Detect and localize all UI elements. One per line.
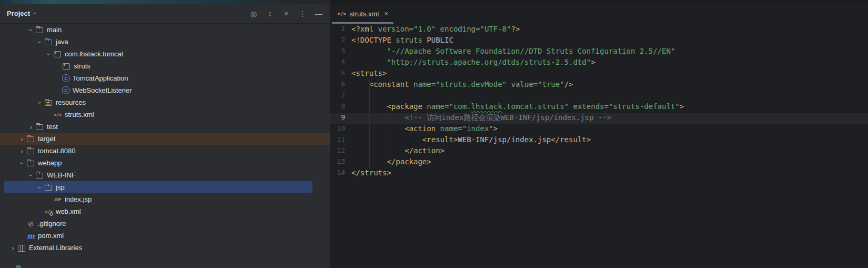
code-line-2[interactable]: 2<!DOCTYPE struts PUBLIC	[330, 36, 868, 47]
code-token: </result>	[551, 135, 591, 144]
line-number[interactable]: 1	[330, 25, 345, 36]
more-options-icon[interactable]: ⋮	[298, 9, 307, 18]
line-number[interactable]: 7	[330, 91, 345, 102]
code-line-10[interactable]: 10 <action name="index">	[330, 124, 868, 135]
code-line-13[interactable]: 13 </package>	[330, 157, 868, 168]
code-line-9[interactable]: 9 <!-- 访问index路径会渲染WEB-INF/jsp/index.jsp…	[330, 113, 868, 124]
line-number[interactable]: 5	[330, 69, 345, 80]
code-text: <struts>	[345, 69, 387, 80]
code-line-14[interactable]: 14</struts>	[330, 168, 868, 180]
tree-item-main[interactable]: ›main	[0, 24, 330, 36]
tree-item-struts[interactable]: struts	[0, 60, 330, 72]
tree-indent	[0, 138, 17, 139]
code-token: "struts-default"	[609, 102, 680, 111]
tree-indent	[0, 54, 44, 54]
folder-icon	[35, 123, 44, 131]
expand-all-icon[interactable]: ↕	[266, 9, 274, 18]
code-text: <!DOCTYPE struts PUBLIC	[345, 36, 453, 47]
line-number[interactable]: 8	[330, 102, 345, 113]
tree-item-web-inf[interactable]: ›WEB-INF	[0, 169, 330, 181]
line-number[interactable]: 2	[330, 36, 345, 47]
code-editor[interactable]: 1<?xml version="1.0" encoding="UTF-8"?>2…	[330, 25, 868, 180]
line-number[interactable]: 10	[330, 124, 345, 135]
line-number[interactable]: 3	[330, 47, 345, 58]
tab-close-icon[interactable]: ×	[384, 10, 388, 17]
class-icon: C	[62, 74, 70, 82]
tab-struts-xml[interactable]: </> struts.xml ×	[332, 4, 393, 24]
tree-indent	[0, 66, 53, 66]
indent-guide	[369, 80, 370, 168]
tree-item-external-libraries[interactable]: ›External Libraries	[0, 242, 330, 254]
tree-indent	[0, 29, 26, 30]
code-line-4[interactable]: 4 "http://struts.apache.org/dtds/struts-…	[330, 58, 868, 69]
tree-chevron-icon[interactable]: ›	[36, 37, 44, 46]
line-number[interactable]: 9	[330, 113, 345, 124]
code-token	[351, 124, 405, 133]
project-panel-title[interactable]: Project	[7, 9, 30, 17]
tree-chevron-icon[interactable]: ›	[27, 171, 35, 180]
tree-item-label: main	[47, 26, 62, 34]
code-line-3[interactable]: 3 "-//Apache Software Foundation//DTD St…	[330, 47, 868, 58]
jsp-file-icon: JSP	[53, 195, 62, 204]
tree-chevron-icon[interactable]: ›	[8, 244, 17, 252]
tree-item-websocketlistener[interactable]: CWebSocketListener	[0, 84, 330, 96]
folder-icon	[44, 183, 53, 192]
code-token: "true"	[538, 80, 564, 88]
code-token: PUBLIC	[422, 36, 453, 44]
tree-chevron-icon[interactable]: ›	[36, 183, 44, 192]
code-text: <action name="index">	[345, 124, 498, 135]
code-line-8[interactable]: 8 <package name="com.lhstack.tomcat.stru…	[330, 102, 868, 113]
tree-item-com-lhstack-tomcat[interactable]: ›com.lhstack.tomcat	[0, 48, 330, 60]
code-token: WEB-INF/jsp/index.jsp	[458, 135, 551, 144]
project-tree: ›main›java›com.lhstack.tomcatstrutsCTomc…	[0, 24, 330, 268]
code-token: />	[564, 80, 573, 88]
tree-item-webapp[interactable]: ›webapp	[0, 157, 330, 169]
code-line-5[interactable]: 5<struts>	[330, 69, 868, 80]
tree-chevron-icon[interactable]: ›	[36, 98, 44, 107]
code-token: value=	[511, 80, 538, 88]
tree-item-label: java	[56, 38, 68, 46]
code-line-12[interactable]: 12 </action>	[330, 146, 868, 157]
line-number[interactable]: 13	[330, 157, 345, 168]
tree-item-tomcat-8080[interactable]: ›tomcat.8080	[0, 145, 330, 157]
code-token: extends=	[573, 102, 609, 111]
window-top-strip-accent	[0, 0, 330, 4]
tree-chevron-icon[interactable]: ›	[17, 135, 26, 143]
tree-item-index-jsp[interactable]: JSPindex.jsp	[0, 193, 330, 205]
line-number[interactable]: 12	[330, 146, 345, 157]
code-line-6[interactable]: 6 <constant name="struts.devMode" value=…	[330, 80, 868, 91]
line-number[interactable]: 6	[330, 80, 345, 91]
tree-item-label: struts.xml	[65, 111, 94, 118]
code-token: "http://struts.apache.org/dtds/struts-2.…	[387, 58, 591, 66]
tree-item-struts-xml[interactable]: </>struts.xml	[0, 108, 330, 121]
tree-item-gitignore[interactable]: ⊘.gitignore	[0, 217, 330, 230]
tree-item-web-xml[interactable]: </>web.xml	[0, 205, 330, 217]
tree-item-java[interactable]: ›java	[0, 36, 330, 48]
tree-item-jsp[interactable]: ›jsp	[0, 181, 330, 193]
code-token: >	[680, 102, 684, 111]
code-token: encoding=	[440, 25, 480, 33]
collapse-all-icon[interactable]: ×	[282, 9, 290, 18]
tree-item-resources[interactable]: ›resources	[0, 96, 330, 108]
line-number[interactable]: 4	[330, 58, 345, 69]
tree-item-target[interactable]: ›target	[0, 133, 330, 145]
code-line-7[interactable]: 7	[330, 91, 868, 102]
tree-item-test[interactable]: ›test	[0, 121, 330, 133]
tree-item-tomcatapplication[interactable]: CTomcatApplication	[0, 72, 330, 84]
tree-chevron-icon[interactable]: ›	[26, 123, 35, 131]
tree-chevron-icon[interactable]: ›	[17, 147, 26, 155]
code-token: name=	[440, 124, 462, 133]
code-line-1[interactable]: 1<?xml version="1.0" encoding="UTF-8"?>	[330, 25, 868, 36]
line-number[interactable]: 14	[330, 168, 345, 180]
project-title-chevron-icon[interactable]: ›	[31, 12, 39, 14]
tree-chevron-icon[interactable]: ›	[18, 158, 26, 167]
code-line-11[interactable]: 11 <result>WEB-INF/jsp/index.jsp</result…	[330, 135, 868, 146]
locate-file-icon[interactable]: ◎	[249, 9, 258, 18]
folder-icon	[26, 159, 35, 167]
line-number[interactable]: 11	[330, 135, 345, 146]
tree-chevron-icon[interactable]: ›	[27, 25, 35, 34]
tree-chevron-icon[interactable]: ›	[45, 49, 53, 58]
code-token: >	[493, 124, 498, 133]
tree-item-pom-xml[interactable]: mpom.xml	[0, 230, 330, 242]
hide-panel-icon[interactable]: —	[315, 9, 323, 18]
